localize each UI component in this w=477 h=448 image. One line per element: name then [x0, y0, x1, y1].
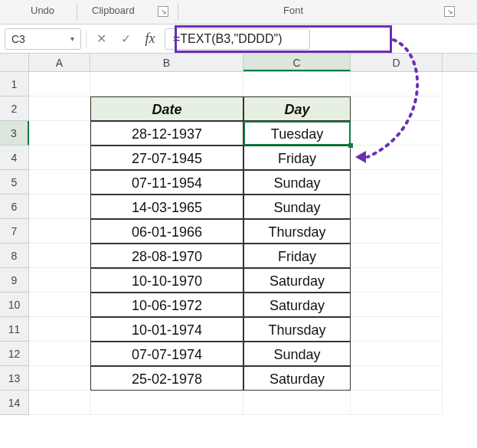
cell[interactable]: [29, 366, 90, 391]
cell-date[interactable]: 10-10-1970: [90, 268, 243, 293]
cell-date[interactable]: 25-02-1978: [90, 366, 243, 391]
cell-date[interactable]: 28-12-1937: [90, 121, 243, 146]
grid-row: 6 14-03-1965 Sunday: [0, 195, 477, 219]
cell[interactable]: [351, 366, 443, 391]
column-header-b[interactable]: B: [90, 54, 243, 71]
cell-day[interactable]: Sunday: [243, 342, 351, 366]
cell-day[interactable]: Friday: [243, 146, 351, 170]
cell[interactable]: [351, 317, 443, 342]
fill-handle[interactable]: [348, 143, 353, 148]
grid-row: 7 06-01-1966 Thursday: [0, 219, 477, 244]
cell[interactable]: [351, 96, 443, 121]
cell[interactable]: [351, 121, 443, 146]
formula-input[interactable]: =TEXT(B3,"DDDD"): [165, 28, 310, 50]
grid-row: 14: [0, 391, 477, 415]
cell[interactable]: [351, 195, 443, 219]
column-header-row: A B C D: [0, 54, 477, 72]
cell[interactable]: [29, 293, 90, 317]
row-header[interactable]: 1: [0, 72, 29, 96]
row-header[interactable]: 9: [0, 268, 29, 293]
cell[interactable]: [90, 72, 243, 96]
x-icon: ✕: [96, 31, 106, 46]
row-header[interactable]: 6: [0, 195, 29, 219]
grid-row: 11 10-01-1974 Thursday: [0, 317, 477, 342]
cell[interactable]: [90, 391, 243, 415]
cell[interactable]: [29, 195, 90, 219]
cell[interactable]: [29, 342, 90, 366]
column-header-a[interactable]: A: [29, 54, 90, 71]
cell-day[interactable]: Friday: [243, 244, 351, 268]
cancel-formula-button[interactable]: ✕: [91, 29, 111, 49]
ribbon-group-font: Font: [283, 5, 303, 16]
row-header[interactable]: 8: [0, 244, 29, 268]
cell[interactable]: [29, 219, 90, 244]
cell-date[interactable]: 27-07-1945: [90, 146, 243, 170]
table-header-date[interactable]: Date: [90, 96, 243, 121]
column-header-d[interactable]: D: [351, 54, 443, 71]
chevron-down-icon[interactable]: ▾: [70, 34, 74, 43]
cell-day[interactable]: Saturday: [243, 293, 351, 317]
cell-day[interactable]: Saturday: [243, 268, 351, 293]
name-box[interactable]: C3 ▾: [5, 28, 81, 50]
row-header[interactable]: 10: [0, 293, 29, 317]
fx-icon: fx: [145, 31, 155, 47]
cell-date[interactable]: 10-06-1972: [90, 293, 243, 317]
row-header[interactable]: 12: [0, 342, 29, 366]
cell[interactable]: [243, 391, 351, 415]
table-header-day[interactable]: Day: [243, 96, 351, 121]
separator: [86, 31, 87, 47]
cell[interactable]: [29, 170, 90, 195]
column-header-c[interactable]: C: [243, 54, 351, 71]
grid-row: 2 Date Day: [0, 96, 477, 121]
cell[interactable]: [29, 391, 90, 415]
cell[interactable]: [29, 244, 90, 268]
row-header[interactable]: 11: [0, 317, 29, 342]
cell[interactable]: [29, 146, 90, 170]
row-header[interactable]: 5: [0, 170, 29, 195]
insert-function-button[interactable]: fx: [140, 29, 160, 49]
cell-date[interactable]: 07-11-1954: [90, 170, 243, 195]
cell[interactable]: [351, 219, 443, 244]
cell-day[interactable]: Saturday: [243, 366, 351, 391]
formula-text: =TEXT(B3,"DDDD"): [173, 32, 282, 46]
cell[interactable]: [351, 342, 443, 366]
grid-row: 10 10-06-1972 Saturday: [0, 293, 477, 317]
cell[interactable]: [351, 293, 443, 317]
cell-date[interactable]: 10-01-1974: [90, 317, 243, 342]
cell-day[interactable]: Tuesday: [243, 121, 351, 146]
cell-day[interactable]: Thursday: [243, 219, 351, 244]
cell-date[interactable]: 14-03-1965: [90, 195, 243, 219]
cell[interactable]: [29, 268, 90, 293]
row-header[interactable]: 2: [0, 96, 29, 121]
cell[interactable]: [351, 391, 443, 415]
cell-day[interactable]: Sunday: [243, 195, 351, 219]
row-header[interactable]: 4: [0, 146, 29, 170]
cell[interactable]: [351, 244, 443, 268]
annotation-arrowhead-icon: [355, 151, 366, 163]
cell[interactable]: [29, 96, 90, 121]
clipboard-dialog-launcher-icon[interactable]: ↘: [158, 6, 168, 17]
cell[interactable]: [351, 170, 443, 195]
check-icon: ✓: [121, 31, 131, 46]
row-header[interactable]: 14: [0, 391, 29, 415]
enter-formula-button[interactable]: ✓: [116, 29, 136, 49]
cell[interactable]: [29, 121, 90, 146]
row-header[interactable]: 3: [0, 121, 29, 146]
cell[interactable]: [29, 317, 90, 342]
row-header[interactable]: 13: [0, 366, 29, 391]
cell-day[interactable]: Thursday: [243, 317, 351, 342]
grid-row: 1: [0, 72, 477, 96]
cell-date[interactable]: 06-01-1966: [90, 219, 243, 244]
cell[interactable]: [351, 72, 443, 96]
cell-date[interactable]: 07-07-1974: [90, 342, 243, 366]
ribbon-separator: [178, 3, 178, 21]
cell[interactable]: [29, 72, 90, 96]
cell[interactable]: [243, 72, 351, 96]
worksheet-grid: A B C D 1 2 Date Day 3 28-12-1937 Tuesda…: [0, 54, 477, 415]
cell-date[interactable]: 28-08-1970: [90, 244, 243, 268]
row-header[interactable]: 7: [0, 219, 29, 244]
cell-day[interactable]: Sunday: [243, 170, 351, 195]
cell[interactable]: [351, 268, 443, 293]
font-dialog-launcher-icon[interactable]: ↘: [444, 6, 455, 17]
select-all-corner[interactable]: [0, 54, 29, 71]
